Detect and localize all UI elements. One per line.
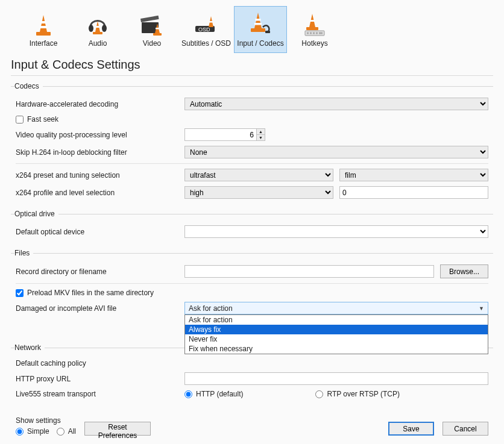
page-title: Input & Codecs Settings <box>11 58 493 72</box>
tab-label: Hotkeys <box>290 39 339 48</box>
mode-all-label: All <box>68 427 76 436</box>
svg-rect-19 <box>256 19 261 21</box>
record-dir-label: Record directory or filename <box>16 267 184 276</box>
group-files: Files Record directory or filename Brows… <box>11 249 493 319</box>
letters-cone-icon: OSD <box>193 13 219 37</box>
live555-label: Live555 stream transport <box>16 390 184 398</box>
title-separator <box>11 75 493 76</box>
mode-all-radio[interactable] <box>57 428 65 436</box>
plug-cone-icon <box>247 11 274 37</box>
record-dir-input[interactable] <box>184 265 434 278</box>
svg-rect-30 <box>316 33 318 34</box>
optical-device-label: Default optical device <box>16 228 184 236</box>
tab-input-codecs[interactable]: Input / Codecs <box>234 6 287 53</box>
svg-text:OSD: OSD <box>198 27 210 33</box>
svg-rect-29 <box>313 33 315 34</box>
svg-rect-21 <box>251 28 265 32</box>
skip-h264-select[interactable]: None <box>184 146 488 158</box>
proxy-label: HTTP proxy URL <box>16 375 184 383</box>
x264-level-input[interactable] <box>339 186 488 199</box>
fast-seek-checkbox[interactable] <box>16 116 24 124</box>
hw-decoding-label: Hardware-accelerated decoding <box>16 100 184 108</box>
group-legend: Codecs <box>14 82 43 90</box>
svg-rect-8 <box>93 32 102 34</box>
postproc-input[interactable] <box>184 128 257 141</box>
svg-rect-1 <box>41 21 46 23</box>
live555-rtp-radio[interactable] <box>315 390 323 398</box>
avi-option[interactable]: Always fix <box>185 325 488 334</box>
tab-hotkeys[interactable]: Hotkeys <box>288 6 341 53</box>
save-button[interactable]: Save <box>388 422 434 436</box>
group-legend: Network <box>14 343 45 352</box>
svg-rect-28 <box>310 33 312 34</box>
group-legend: Optical drive <box>14 210 58 218</box>
avi-selected-value: Ask for action <box>189 304 233 313</box>
preload-mkv-label: Preload MKV files in the same directory <box>27 289 154 297</box>
avi-option[interactable]: Ask for action <box>185 315 488 325</box>
tab-video[interactable]: Video <box>125 6 178 53</box>
avi-option[interactable]: Never fix <box>185 334 488 344</box>
reset-preferences-button[interactable]: Reset Preferences <box>84 422 151 436</box>
svg-rect-3 <box>36 32 51 36</box>
tab-interface[interactable]: Interface <box>17 6 70 53</box>
svg-rect-17 <box>209 21 213 23</box>
svg-rect-7 <box>96 26 99 28</box>
x264-tune-select[interactable]: film <box>339 169 488 181</box>
svg-rect-27 <box>307 33 309 34</box>
svg-rect-10 <box>140 16 159 22</box>
cone-interface-icon <box>33 14 54 37</box>
group-codecs: Codecs Hardware-accelerated decoding Aut… <box>11 82 493 204</box>
fast-seek-label: Fast seek <box>27 115 58 124</box>
svg-point-5 <box>102 25 107 32</box>
avi-dropdown-list: Ask for action Always fix Never fix Fix … <box>184 314 488 354</box>
svg-rect-25 <box>306 27 318 30</box>
svg-rect-2 <box>40 26 47 28</box>
svg-rect-31 <box>319 33 323 34</box>
caching-label: Default caching policy <box>16 359 184 367</box>
group-legend: Files <box>14 249 33 257</box>
postproc-label: Video quality post-processing level <box>16 131 184 139</box>
svg-rect-22 <box>265 31 270 33</box>
live555-rtp-label: RTP over RTSP (TCP) <box>327 390 399 398</box>
cancel-button[interactable]: Cancel <box>443 422 488 436</box>
tab-label: Interface <box>19 39 68 48</box>
optical-device-select[interactable] <box>184 225 488 238</box>
group-optical: Optical drive Default optical device <box>11 210 493 243</box>
tab-subtitles[interactable]: OSD Subtitles / OSD <box>180 6 233 53</box>
footer: Show settings Simple All Reset Preferenc… <box>11 409 493 440</box>
x264-preset-select[interactable]: ultrafast <box>184 169 333 181</box>
live555-http-radio[interactable] <box>184 390 192 398</box>
tab-label: Audio <box>73 39 122 48</box>
hw-decoding-select[interactable]: Automatic <box>184 98 488 110</box>
mode-simple-radio[interactable] <box>16 428 24 436</box>
proxy-input[interactable] <box>184 372 488 385</box>
settings-tabs: Interface Audio Video OSD Subtitles / OS… <box>17 6 493 53</box>
svg-rect-12 <box>156 28 159 30</box>
show-settings-label: Show settings <box>16 416 76 425</box>
files-inner-separator <box>16 283 488 284</box>
codecs-inner-separator <box>16 163 488 164</box>
preload-mkv-checkbox[interactable] <box>16 289 24 297</box>
headphones-cone-icon <box>86 13 110 37</box>
browse-button[interactable]: Browse... <box>440 264 488 278</box>
live555-http-label: HTTP (default) <box>196 390 243 398</box>
x264-profile-select[interactable]: high <box>184 186 333 199</box>
tab-label: Input / Codecs <box>236 39 285 48</box>
svg-point-4 <box>89 25 93 32</box>
avi-label: Damaged or incomplete AVI file <box>16 304 184 313</box>
tab-label: Video <box>127 39 177 48</box>
tab-label: Subtitles / OSD <box>181 39 231 48</box>
clapboard-cone-icon <box>139 13 165 37</box>
x264-profile-label: x264 profile and level selection <box>16 189 184 197</box>
spinner-down[interactable]: ▼ <box>257 135 265 140</box>
svg-rect-13 <box>153 33 162 36</box>
x264-preset-label: x264 preset and tuning selection <box>16 171 184 180</box>
svg-rect-24 <box>310 20 315 22</box>
chevron-down-icon: ▼ <box>479 305 484 311</box>
postproc-spinner[interactable]: ▲ ▼ <box>184 128 265 141</box>
tab-audio[interactable]: Audio <box>71 6 124 53</box>
avi-dropdown[interactable]: Ask for action ▼ Ask for action Always f… <box>184 302 488 314</box>
keyboard-cone-icon <box>301 13 328 37</box>
spinner-up[interactable]: ▲ <box>257 129 265 135</box>
avi-option[interactable]: Fix when necessary <box>185 344 488 354</box>
